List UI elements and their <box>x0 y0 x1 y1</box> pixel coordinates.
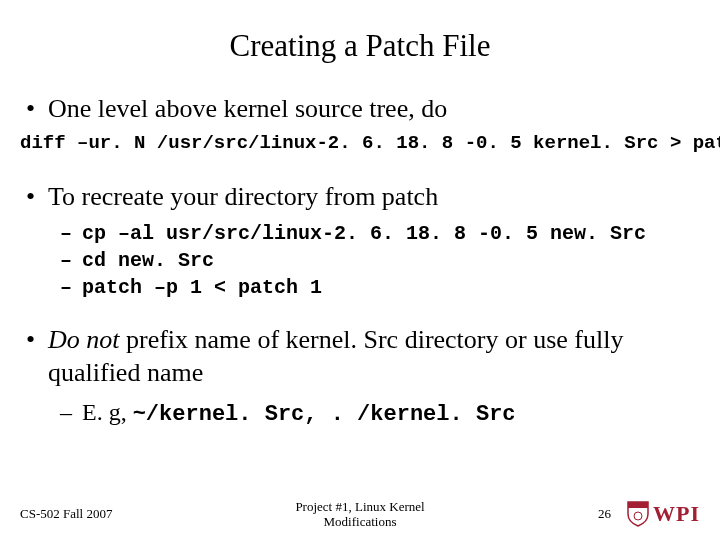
bullet-list-2: To recreate your directory from patch <box>20 180 700 214</box>
cmd-patch: patch –p 1 < patch 1 <box>20 274 700 301</box>
shield-icon <box>627 501 649 527</box>
bullet-three-rest: prefix name of kernel. Src directory or … <box>48 325 623 388</box>
slide-number: 26 <box>598 506 611 522</box>
footer-center-line2: Modifications <box>324 514 397 529</box>
example-list: E. g, ~/kernel. Src, . /kernel. Src <box>20 396 700 430</box>
cmd-cd: cd new. Src <box>20 247 700 274</box>
slide: Creating a Patch File One level above ke… <box>0 0 720 540</box>
diff-command: diff –ur. N /usr/src/linux-2. 6. 18. 8 -… <box>20 132 700 154</box>
footer-project: Project #1, Linux Kernel Modifications <box>220 499 500 530</box>
cmd-cp: cp –al usr/src/linux-2. 6. 18. 8 -0. 5 n… <box>20 220 700 247</box>
example-item: E. g, ~/kernel. Src, . /kernel. Src <box>20 396 700 430</box>
wpi-logo-text: WPI <box>653 501 700 527</box>
footer-course: CS-502 Fall 2007 <box>20 506 220 522</box>
sub-command-list: cp –al usr/src/linux-2. 6. 18. 8 -0. 5 n… <box>20 220 700 301</box>
bullet-list: One level above kernel source tree, do <box>20 92 700 126</box>
bullet-three-emph: Do not <box>48 325 120 354</box>
example-code: ~/kernel. Src, . /kernel. Src <box>133 402 516 427</box>
bullet-one: One level above kernel source tree, do <box>20 92 700 126</box>
bullet-two: To recreate your directory from patch <box>20 180 700 214</box>
slide-footer: CS-502 Fall 2007 Project #1, Linux Kerne… <box>20 499 700 530</box>
example-lead: E. g, <box>82 399 133 425</box>
footer-center-line1: Project #1, Linux Kernel <box>295 499 424 514</box>
wpi-logo: WPI <box>627 501 700 527</box>
slide-title: Creating a Patch File <box>20 28 700 64</box>
footer-right: 26 WPI <box>500 501 700 527</box>
bullet-three: Do not prefix name of kernel. Src direct… <box>20 323 700 391</box>
bullet-list-3: Do not prefix name of kernel. Src direct… <box>20 323 700 391</box>
